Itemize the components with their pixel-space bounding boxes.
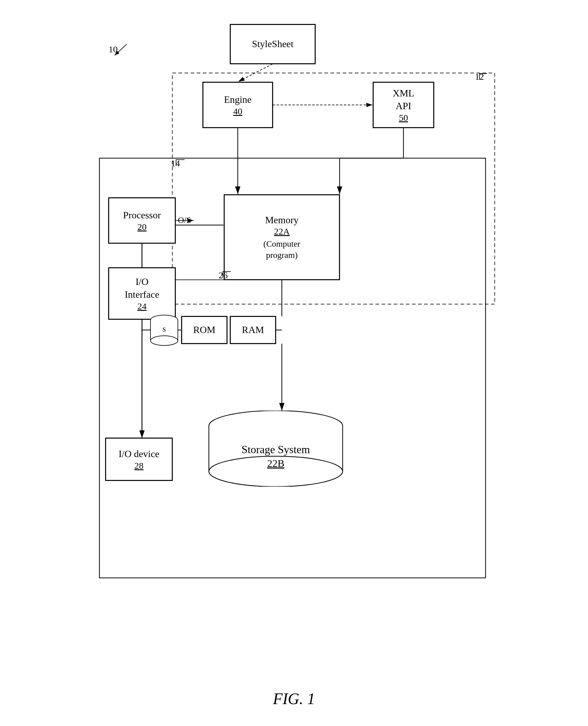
small-cylinder: s: [147, 313, 181, 347]
memory-box: Memory 22A (Computerprogram): [224, 195, 340, 280]
processor-number: 20: [138, 222, 147, 232]
svg-line-14: [238, 64, 273, 82]
xml-api-number: 50: [399, 112, 408, 123]
io-interface-box: I/OInterface 24: [108, 268, 175, 319]
xml-api-box: XMLAPI 50: [373, 82, 434, 128]
engine-number: 40: [233, 106, 242, 117]
engine-label: Engine: [224, 94, 252, 106]
svg-text:s: s: [163, 324, 166, 333]
ram-label: RAM: [242, 324, 264, 336]
ram-box: RAM: [230, 316, 276, 344]
ref-10-arrow: [108, 43, 133, 58]
stylesheet-label: StyleSheet: [252, 38, 294, 50]
rom-box: ROM: [182, 316, 227, 344]
processor-label: Processor: [123, 209, 161, 222]
ref-12-bracket: [470, 72, 488, 81]
fig-caption: FIG. 1: [273, 690, 315, 708]
svg-text:Storage System: Storage System: [242, 443, 310, 456]
memory-sub: (Computerprogram): [263, 238, 300, 261]
storage-cylinder: Storage System 22B: [200, 411, 352, 486]
ref-14-bracket: [167, 158, 185, 167]
io-device-label: I/O device: [119, 448, 159, 460]
memory-number: 22A: [274, 226, 290, 236]
svg-line-43: [114, 44, 127, 55]
engine-box: Engine 40: [203, 82, 273, 128]
diagram: StyleSheet Engine 40 XMLAPI 50 Processor…: [81, 12, 507, 681]
memory-label: Memory: [265, 214, 298, 227]
processor-box: Processor 20: [108, 198, 175, 243]
io-device-number: 28: [134, 460, 144, 471]
rom-label: ROM: [193, 324, 215, 336]
xml-api-label: XMLAPI: [393, 87, 414, 112]
io-device-box: I/O device 28: [105, 438, 172, 480]
ref-26-bracket: [214, 270, 231, 278]
io-interface-label: I/OInterface: [125, 275, 159, 301]
stylesheet-box: StyleSheet: [230, 24, 315, 64]
svg-text:22B: 22B: [267, 458, 285, 469]
os-label: O/S: [178, 215, 191, 225]
svg-point-34: [150, 336, 178, 346]
io-interface-number: 24: [138, 301, 147, 311]
